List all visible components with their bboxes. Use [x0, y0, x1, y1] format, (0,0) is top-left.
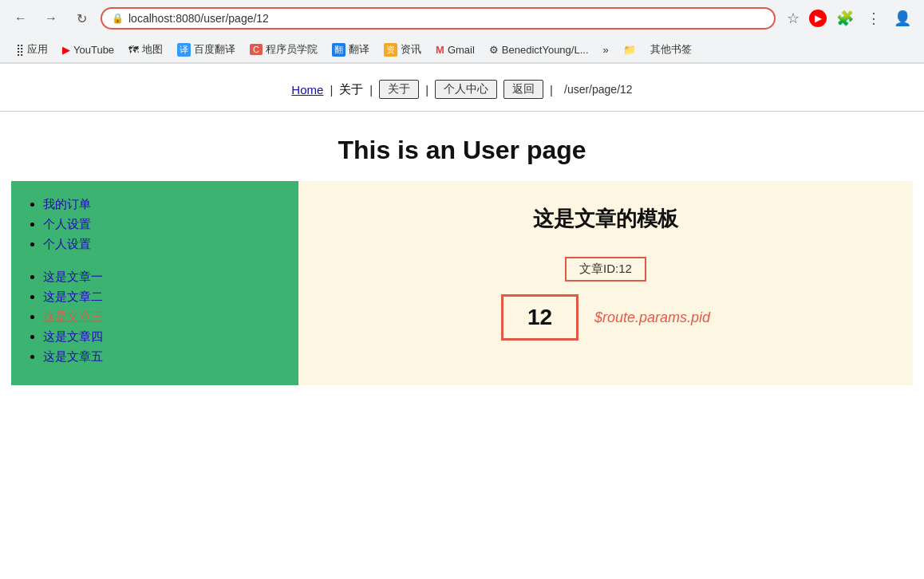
page-heading: This is an User page	[0, 112, 924, 181]
bookmark-baidu-translate[interactable]: 译 百度翻译	[171, 40, 242, 59]
route-params-label: $route.params.pid	[594, 309, 710, 326]
nav-about-text: 关于	[339, 82, 363, 97]
baidu-translate-label: 百度翻译	[194, 42, 235, 57]
nav-back-btn[interactable]: 返回	[503, 80, 543, 99]
more-bookmarks-btn[interactable]: »	[597, 41, 615, 58]
route-path: /user/page/12	[564, 83, 633, 96]
sep4: |	[550, 83, 553, 96]
list-item: 个人设置	[43, 217, 282, 232]
list-item: 我的订单	[43, 197, 282, 212]
nav-home[interactable]: Home	[291, 83, 323, 96]
account-icon[interactable]: 👤	[890, 6, 914, 30]
cxy-label: 程序员学院	[266, 42, 318, 57]
gmail-icon: M	[436, 44, 444, 56]
sidebar-article-2[interactable]: 这是文章二	[43, 290, 103, 303]
translate2-label: 翻译	[349, 42, 369, 57]
bookmarks-bar: ⣿ 应用 ▶ YouTube 🗺 地图 译 百度翻译 C 程序员学院 翻 翻译 …	[0, 37, 924, 63]
baidu-translate-icon: 译	[177, 43, 191, 57]
bookmark-news[interactable]: 资 资讯	[377, 40, 428, 59]
sep3: |	[425, 83, 428, 96]
sidebar: 我的订单 个人设置 个人设置 这是文章一 这是文章二 这是文章三	[11, 181, 298, 385]
sidebar-article-1[interactable]: 这是文章一	[43, 270, 103, 283]
nav-personal-center-btn[interactable]: 个人中心	[435, 80, 497, 99]
sidebar-article-4[interactable]: 这是文章四	[43, 329, 103, 343]
github-icon: ⚙	[489, 44, 499, 56]
sidebar-link-orders[interactable]: 我的订单	[43, 197, 91, 211]
list-item: 个人设置	[43, 237, 282, 252]
address-bar[interactable]: 🔒 localhost:8080/user/page/12	[101, 7, 776, 30]
star-icon[interactable]: ☆	[784, 6, 803, 30]
lock-icon: 🔒	[112, 13, 124, 24]
apps-grid-icon: ⣿	[16, 43, 24, 56]
bookmark-cxy[interactable]: C 程序员学院	[243, 40, 324, 59]
youtube-bookmark-label: YouTube	[73, 44, 114, 56]
list-item: 这是文章五	[43, 349, 282, 364]
article-id-value: 12	[501, 294, 578, 341]
bookmark-github[interactable]: ⚙ BenedictYoung/L...	[483, 41, 595, 58]
forward-button[interactable]: →	[40, 7, 62, 30]
other-bookmarks[interactable]: 其他书签	[644, 40, 698, 59]
list-item: 这是文章三	[43, 309, 282, 325]
browser-chrome: ← → ↻ 🔒 localhost:8080/user/page/12 ☆ ▶ …	[0, 0, 924, 64]
sidebar-article-5[interactable]: 这是文章五	[43, 349, 103, 363]
sep1: |	[330, 83, 333, 96]
translate2-icon: 翻	[332, 43, 346, 57]
article-id-box: 文章ID:12	[565, 257, 646, 282]
sidebar-article-3[interactable]: 这是文章三	[43, 309, 103, 323]
back-button[interactable]: ←	[10, 7, 32, 30]
youtube-icon[interactable]: ▶	[809, 10, 827, 27]
main-layout: 我的订单 个人设置 个人设置 这是文章一 这是文章二 这是文章三	[11, 181, 913, 385]
right-panel: 这是文章的模板 文章ID:12 12 $route.params.pid	[298, 181, 913, 385]
maps-label: 地图	[142, 42, 163, 57]
site-nav: Home | 关于 | 关于 | 个人中心 返回 | /user/page/12	[0, 64, 924, 112]
youtube-bookmark-icon: ▶	[62, 44, 70, 56]
apps-label: 应用	[27, 42, 48, 57]
gmail-label: Gmail	[448, 44, 475, 56]
bookmark-translate2[interactable]: 翻 翻译	[326, 40, 376, 59]
news-label: 资讯	[401, 42, 421, 57]
sidebar-link-settings2[interactable]: 个人设置	[43, 237, 91, 250]
list-item: 这是文章二	[43, 290, 282, 305]
list-item: 这是文章一	[43, 270, 282, 285]
toolbar-icons: ☆ ▶ 🧩 ⋮ 👤	[784, 6, 914, 30]
cxy-icon: C	[250, 44, 263, 55]
bookmark-youtube[interactable]: ▶ YouTube	[56, 41, 120, 58]
bookmark-gmail[interactable]: M Gmail	[429, 41, 481, 58]
page-content: Home | 关于 | 关于 | 个人中心 返回 | /user/page/12…	[0, 64, 924, 542]
browser-toolbar: ← → ↻ 🔒 localhost:8080/user/page/12 ☆ ▶ …	[0, 0, 924, 37]
sidebar-top-links: 我的订单 个人设置 个人设置	[27, 197, 282, 252]
reload-button[interactable]: ↻	[70, 7, 93, 30]
sidebar-link-settings1[interactable]: 个人设置	[43, 217, 91, 230]
list-item: 这是文章四	[43, 329, 282, 345]
sidebar-article-links: 这是文章一 这是文章二 这是文章三 这是文章四 这是文章五	[27, 270, 282, 364]
url-text: localhost:8080/user/page/12	[128, 12, 764, 25]
bookmark-maps[interactable]: 🗺 地图	[122, 40, 169, 59]
nav-about-btn[interactable]: 关于	[379, 80, 419, 99]
bookmark-apps[interactable]: ⣿ 应用	[10, 40, 54, 59]
extensions-icon[interactable]: 🧩	[833, 6, 857, 30]
github-label: BenedictYoung/L...	[502, 44, 589, 56]
maps-icon: 🗺	[128, 44, 139, 56]
news-icon: 资	[384, 43, 397, 57]
id-value-row: 12 $route.params.pid	[501, 294, 710, 341]
article-title: 这是文章的模板	[533, 205, 678, 233]
folder-icon: 📁	[617, 41, 642, 58]
menu-icon[interactable]: ⋮	[863, 6, 884, 30]
sep2: |	[369, 83, 373, 96]
